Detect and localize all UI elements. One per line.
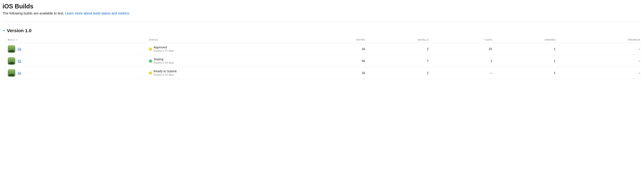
status-expiry: Expires in 54 days [154, 61, 174, 64]
check-circle-icon [149, 59, 152, 63]
col-header-build-label: BUILD [8, 38, 15, 41]
learn-more-link[interactable]: Learn more about build status and metric… [65, 11, 129, 15]
col-header-build[interactable]: BUILD [6, 37, 148, 43]
cell-crashes: 1 [493, 43, 557, 55]
clock-icon [149, 71, 152, 75]
cell-installs: 2 [366, 67, 430, 79]
version-header[interactable]: Version 1.0 [2, 28, 642, 33]
subtitle-text: The following builds are available to te… [2, 11, 65, 15]
subtitle-suffix: . [129, 11, 130, 15]
col-header-installs[interactable]: INSTALLS [366, 37, 430, 43]
cell-seven_days: 1 [430, 55, 493, 67]
cell-seven_days: – [430, 67, 493, 79]
cell-invites: 56 [303, 55, 366, 67]
col-header-7days[interactable]: 7 DAYS [430, 37, 493, 43]
cell-crashes: 1 [493, 67, 557, 79]
chevron-down-icon [2, 29, 5, 32]
version-label: Version 1.0 [7, 28, 32, 33]
status-expiry: Expires in 52 days [154, 73, 177, 76]
status-label: Ready to Submit [154, 69, 177, 73]
status-expiry: Expires in 57 days [154, 49, 174, 52]
cell-seven_days: 25 [430, 43, 493, 55]
cell-installs: 7 [366, 55, 430, 67]
col-header-feedback[interactable]: FEEDBACK [557, 37, 642, 43]
status-label: Approved [154, 45, 174, 49]
cell-crashes: 1 [493, 55, 557, 67]
cell-feedback: – [557, 67, 642, 79]
table-row[interactable]: 03ApprovedExpires in 57 days182251– [6, 43, 642, 55]
col-header-invites[interactable]: INVITES [303, 37, 366, 43]
app-icon [8, 45, 15, 53]
cell-installs: 2 [366, 43, 430, 55]
build-number-link[interactable]: 03 [18, 47, 21, 51]
build-number-link[interactable]: 02 [18, 59, 21, 63]
table-row[interactable]: 01Ready to SubmitExpires in 52 days182–1… [6, 67, 642, 79]
page-subtitle: The following builds are available to te… [2, 11, 642, 15]
builds-table: BUILD STATUS INVITES INSTALLS 7 DAYS CRA… [6, 37, 642, 79]
col-header-status[interactable]: STATUS [148, 37, 303, 43]
clock-icon [149, 48, 152, 51]
app-icon [8, 57, 15, 65]
col-header-crashes[interactable]: CRASHES [493, 37, 557, 43]
table-header-row: BUILD STATUS INVITES INSTALLS 7 DAYS CRA… [6, 37, 642, 43]
cell-feedback: – [557, 55, 642, 67]
chevron-down-icon [16, 39, 18, 41]
app-icon [8, 69, 15, 77]
table-row[interactable]: 02TestingExpires in 54 days56711– [6, 55, 642, 67]
status-label: Testing [154, 57, 174, 61]
build-number-link[interactable]: 01 [18, 71, 21, 75]
cell-invites: 18 [303, 67, 366, 79]
page-title: iOS Builds [2, 3, 642, 10]
cell-feedback: – [557, 43, 642, 55]
cell-invites: 18 [303, 43, 366, 55]
